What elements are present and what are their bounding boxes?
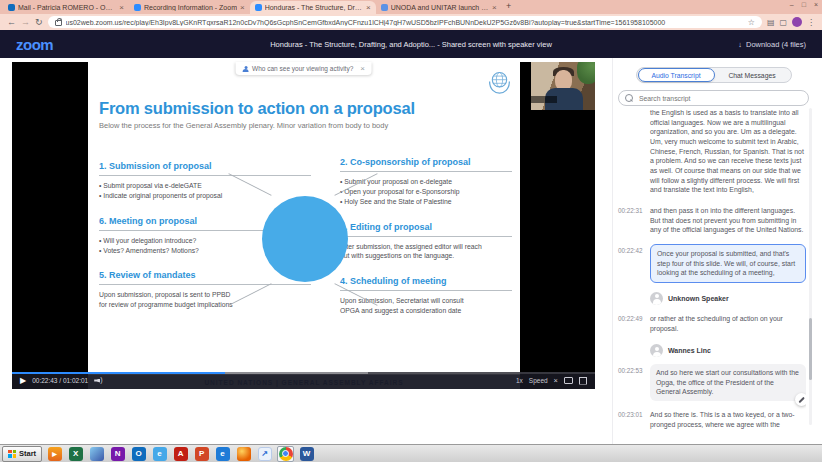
- section-heading: 1. Submission of proposal: [99, 161, 311, 176]
- taskbar-item[interactable]: ↗: [256, 446, 273, 462]
- player-controls: ▶ 00:22:43 / 01:02:01 1x Speed ×: [12, 372, 595, 389]
- tab-close-icon[interactable]: ×: [240, 3, 245, 12]
- transcript-entry[interactable]: 00:22:53 And so here we start our consul…: [618, 364, 806, 401]
- taskbar-app-icon: P: [195, 447, 209, 461]
- window-controls: – □ ×: [790, 1, 818, 8]
- transcript-entry[interactable]: 00:23:01 And so there is. This is a a tw…: [618, 408, 806, 431]
- progress-fill: [12, 372, 225, 374]
- browser-tab[interactable]: Mail - Patricia ROMERO - Outlook ×: [3, 1, 129, 14]
- tab-close-icon[interactable]: ×: [119, 3, 124, 12]
- taskbar-item[interactable]: e: [214, 446, 231, 462]
- panel-tabs: Audio Transcript Chat Messages: [636, 67, 792, 83]
- clip-icon[interactable]: ×: [554, 376, 558, 385]
- volume-icon[interactable]: [94, 377, 104, 385]
- maximize-icon[interactable]: □: [802, 1, 806, 8]
- bookmark-star-icon[interactable]: ☆: [748, 18, 755, 27]
- progress-bar[interactable]: [12, 372, 595, 374]
- speed-label[interactable]: Speed: [529, 377, 548, 384]
- recording-title: Honduras - The Structure, Drafting, and …: [0, 40, 822, 49]
- speed-value[interactable]: 1x: [516, 377, 523, 384]
- taskbar-item[interactable]: [277, 446, 294, 462]
- speaker-webcam: [531, 62, 595, 110]
- browser-window-icon[interactable]: ▢: [779, 18, 787, 27]
- transcript-search-input[interactable]: [637, 94, 808, 103]
- tab-close-icon[interactable]: ×: [366, 3, 371, 12]
- tooltip-close-icon[interactable]: ×: [360, 64, 365, 73]
- minimize-icon[interactable]: –: [790, 1, 794, 8]
- entry-main: And so here we start our consultations w…: [650, 364, 806, 401]
- download-button[interactable]: ↓ Download (4 files): [738, 40, 806, 49]
- video-player[interactable]: From submission to action on a proposal …: [12, 62, 595, 389]
- transcript-entry[interactable]: Unknown Speaker: [618, 290, 806, 305]
- speaker-name: Unknown Speaker: [668, 295, 729, 302]
- closed-captions-icon[interactable]: [564, 377, 573, 384]
- transcript-entry[interactable]: 00:22:31 and then pass it on into the di…: [618, 204, 806, 237]
- zoom-logo[interactable]: zoom: [16, 36, 53, 53]
- browser-tab[interactable]: Recording Information - Zoom ×: [129, 1, 250, 14]
- taskbar-app-icon: N: [111, 447, 125, 461]
- taskbar-item[interactable]: P: [193, 446, 210, 462]
- new-tab-button[interactable]: +: [506, 1, 511, 11]
- browser-tab[interactable]: Honduras - The Structure, Drafting... ×: [250, 1, 376, 14]
- entry-main: Wannes Linc: [650, 342, 806, 357]
- transcript-entries[interactable]: the English is used as a basis to transl…: [613, 104, 806, 431]
- close-icon[interactable]: ×: [814, 1, 818, 8]
- entry-text[interactable]: the English is used as a basis to transl…: [650, 106, 806, 197]
- slide-section: 4. Scheduling of meeting Upon submission…: [340, 276, 512, 316]
- taskbar-app-icon: [237, 447, 251, 461]
- refresh-icon[interactable]: ↻: [35, 18, 43, 27]
- scrollbar-thumb[interactable]: [809, 318, 812, 380]
- edit-transcript-button[interactable]: [795, 393, 806, 406]
- transcript-entry[interactable]: the English is used as a basis to transl…: [618, 106, 806, 197]
- entry-main: And so there is. This is a a two keyed, …: [650, 408, 806, 431]
- speaker-avatar: [650, 344, 663, 357]
- taskbar-app-icon: [90, 447, 104, 461]
- entry-main: and then pass it on into the different l…: [650, 204, 806, 237]
- tab-close-icon[interactable]: ×: [492, 3, 497, 12]
- transcript-entry[interactable]: 00:22:42 Once your proposal is submitted…: [618, 244, 806, 283]
- section-heading: 4. Scheduling of meeting: [340, 276, 512, 291]
- entry-timestamp: 00:22:49: [618, 312, 646, 335]
- profile-avatar[interactable]: [792, 17, 802, 27]
- taskbar-item[interactable]: N: [109, 446, 126, 462]
- slide-section: 3. Editing of proposal After submission,…: [340, 222, 512, 262]
- taskbar-item[interactable]: ▶: [46, 446, 63, 462]
- slide-title: From submission to action on a proposal: [99, 99, 415, 118]
- entry-text[interactable]: or rather at the scheduling of action on…: [650, 312, 806, 335]
- browser-menu-icon[interactable]: ⋮: [807, 18, 815, 27]
- tab-title: Mail - Patricia ROMERO - Outlook: [18, 4, 116, 11]
- taskbar-item[interactable]: O: [130, 446, 147, 462]
- forward-icon[interactable]: →: [21, 18, 30, 27]
- panel-scrollbar[interactable]: [809, 108, 812, 425]
- panel-tab[interactable]: Audio Transcript: [638, 68, 715, 82]
- entry-text[interactable]: Once your proposal is submitted, and tha…: [650, 244, 806, 283]
- transcript-entry[interactable]: Wannes Linc: [618, 342, 806, 357]
- back-icon[interactable]: ←: [7, 18, 16, 27]
- tab-favicon: [381, 4, 388, 11]
- tab-favicon: [8, 4, 15, 11]
- playback-time: 00:22:43 / 01:02:01: [32, 377, 88, 384]
- taskbar-item[interactable]: e: [151, 446, 168, 462]
- taskbar-item[interactable]: [88, 446, 105, 462]
- panel-tab[interactable]: Chat Messages: [715, 69, 790, 81]
- url-bar[interactable]: us02web.zoom.us/rec/play/Eh3Ipv8LyGKnRTq…: [48, 16, 762, 28]
- entry-text[interactable]: And so here we start our consultations w…: [650, 364, 806, 401]
- browser-toolbar: ← → ↻ us02web.zoom.us/rec/play/Eh3Ipv8Ly…: [0, 14, 822, 30]
- taskbar-app-icon: O: [132, 447, 146, 461]
- entry-text[interactable]: and then pass it on into the different l…: [650, 204, 806, 237]
- play-button[interactable]: ▶: [20, 377, 26, 385]
- fullscreen-icon[interactable]: [579, 377, 587, 385]
- entry-text[interactable]: And so there is. This is a a two keyed, …: [650, 408, 806, 431]
- taskbar-item[interactable]: [235, 446, 252, 462]
- taskbar-item[interactable]: A: [172, 446, 189, 462]
- sidebar-icon[interactable]: ▤: [767, 18, 775, 27]
- search-icon: [625, 94, 633, 102]
- transcript-entry[interactable]: 00:22:49 or rather at the scheduling of …: [618, 312, 806, 335]
- taskbar-item[interactable]: X: [67, 446, 84, 462]
- taskbar-item[interactable]: W: [298, 446, 315, 462]
- browser-tab[interactable]: UNODA and UNITAR launch initiativ... ×: [376, 1, 502, 14]
- start-button[interactable]: Start: [2, 446, 42, 462]
- taskbar: Start ▶ X N O: [0, 444, 822, 462]
- taskbar-app-icon: X: [69, 447, 83, 461]
- section-heading: 3. Editing of proposal: [340, 222, 512, 237]
